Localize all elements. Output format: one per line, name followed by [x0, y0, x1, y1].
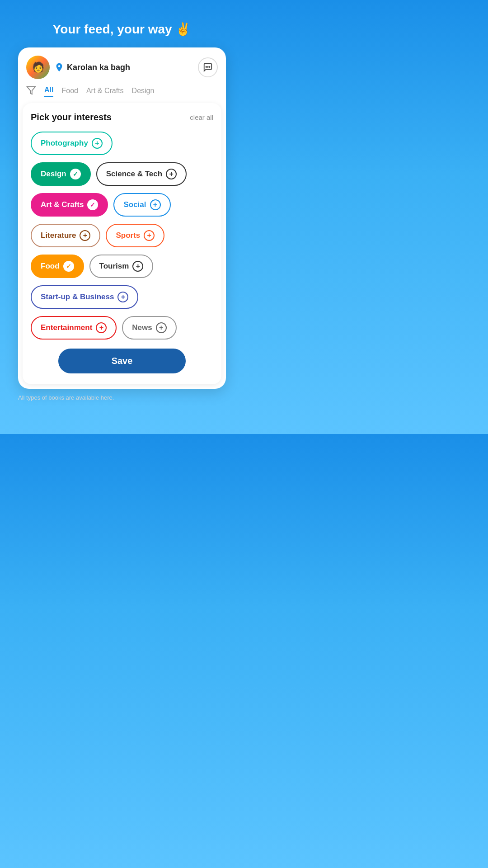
- tag-photography-label: Photography: [41, 139, 88, 148]
- tag-row-3: Art & Crafts ✓ Social +: [31, 193, 213, 217]
- avatar[interactable]: 🧑: [26, 56, 50, 79]
- plus-icon: +: [166, 169, 177, 179]
- tab-food[interactable]: Food: [61, 87, 78, 97]
- tab-all[interactable]: All: [44, 86, 53, 97]
- tab-row: All Food Art & Crafts Design: [18, 84, 226, 103]
- plus-icon: +: [96, 322, 107, 333]
- tag-row-2: Design ✓ Science & Tech +: [31, 162, 213, 186]
- tag-design[interactable]: Design ✓: [31, 162, 91, 186]
- plus-icon: +: [156, 322, 167, 333]
- tag-news[interactable]: News +: [122, 316, 176, 340]
- interest-panel: Pick your interests clear all Photograph…: [23, 103, 221, 384]
- tag-tourism[interactable]: Tourism +: [89, 255, 154, 278]
- tag-art-crafts-label: Art & Crafts: [41, 200, 84, 209]
- tag-science-tech[interactable]: Science & Tech +: [96, 162, 187, 186]
- tags-area: Photography + Design ✓ Science & Tech + …: [31, 132, 213, 340]
- svg-point-0: [206, 66, 206, 67]
- plus-icon: +: [144, 230, 155, 241]
- tag-sports-label: Sports: [116, 231, 140, 240]
- tab-design[interactable]: Design: [132, 87, 155, 97]
- filter-icon[interactable]: [26, 85, 36, 98]
- tag-tourism-label: Tourism: [99, 262, 129, 271]
- tag-literature-label: Literature: [41, 231, 76, 240]
- svg-point-1: [207, 66, 208, 67]
- tag-entertainment-label: Entertainment: [41, 323, 92, 332]
- tag-food-label: Food: [41, 262, 60, 271]
- top-bar: 🧑 Karolan ka bagh: [18, 47, 226, 84]
- tag-social[interactable]: Social +: [113, 193, 170, 217]
- plus-icon: +: [132, 261, 143, 272]
- tag-art-crafts[interactable]: Art & Crafts ✓: [31, 193, 108, 217]
- check-icon: ✓: [70, 169, 81, 179]
- tag-sports[interactable]: Sports +: [106, 224, 164, 247]
- tag-literature[interactable]: Literature +: [31, 224, 100, 247]
- tag-row-1: Photography +: [31, 132, 213, 155]
- panel-header: Pick your interests clear all: [31, 112, 213, 123]
- tag-row-6: Start-up & Business +: [31, 285, 213, 309]
- check-icon: ✓: [87, 199, 98, 210]
- tag-row-4: Literature + Sports +: [31, 224, 213, 247]
- clear-all-button[interactable]: clear all: [190, 113, 213, 121]
- tag-row-5: Food ✓ Tourism +: [31, 255, 213, 278]
- plus-icon: +: [150, 199, 161, 210]
- save-button[interactable]: Save: [58, 349, 186, 373]
- location-wrap: Karolan ka bagh: [54, 62, 193, 72]
- tab-art-crafts[interactable]: Art & Crafts: [86, 87, 124, 97]
- tag-startup[interactable]: Start-up & Business +: [31, 285, 138, 309]
- tag-photography[interactable]: Photography +: [31, 132, 113, 155]
- location-icon: [54, 62, 64, 72]
- tag-design-label: Design: [41, 170, 66, 179]
- plus-icon: +: [117, 292, 128, 302]
- plus-icon: +: [80, 230, 90, 241]
- tag-science-tech-label: Science & Tech: [106, 170, 162, 179]
- header-title: Your feed, your way ✌️: [0, 0, 244, 47]
- tag-social-label: Social: [123, 200, 146, 209]
- bottom-peek: All types of books are available here.: [18, 389, 226, 404]
- tag-news-label: News: [132, 323, 152, 332]
- panel-title: Pick your interests: [31, 112, 112, 123]
- tag-food[interactable]: Food ✓: [31, 255, 84, 278]
- check-icon: ✓: [63, 261, 74, 272]
- tag-entertainment[interactable]: Entertainment +: [31, 316, 117, 340]
- tag-row-7: Entertainment + News +: [31, 316, 213, 340]
- location-name: Karolan ka bagh: [67, 63, 130, 72]
- svg-point-2: [209, 66, 210, 67]
- tag-startup-label: Start-up & Business: [41, 292, 114, 302]
- plus-icon: +: [92, 138, 103, 149]
- svg-marker-3: [27, 87, 35, 94]
- chat-button[interactable]: [198, 57, 218, 77]
- app-card: 🧑 Karolan ka bagh All Food Art & Crafts …: [18, 47, 226, 389]
